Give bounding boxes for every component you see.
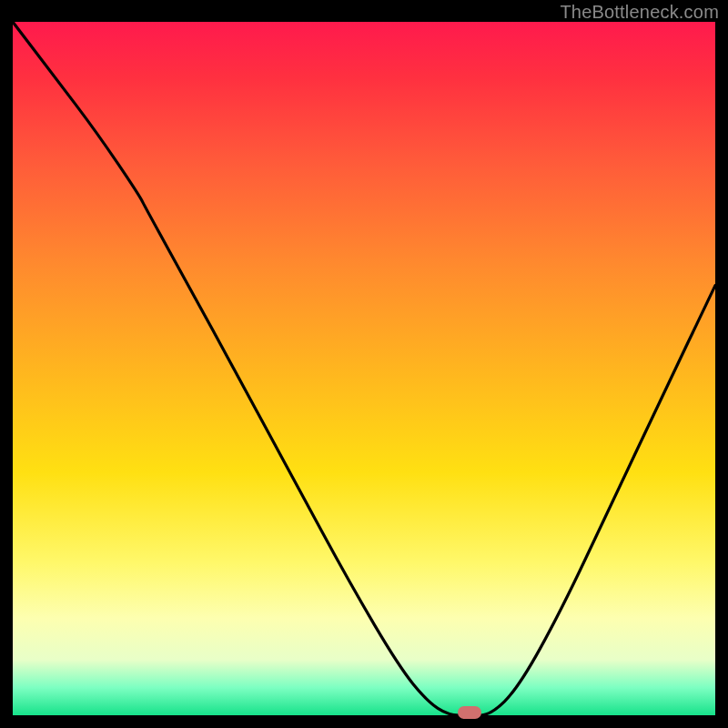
bottleneck-curve	[13, 22, 715, 715]
valley-marker	[458, 706, 481, 719]
watermark-text: TheBottleneck.com	[560, 2, 719, 23]
chart-frame: TheBottleneck.com	[0, 0, 728, 728]
plot-area	[13, 22, 715, 715]
